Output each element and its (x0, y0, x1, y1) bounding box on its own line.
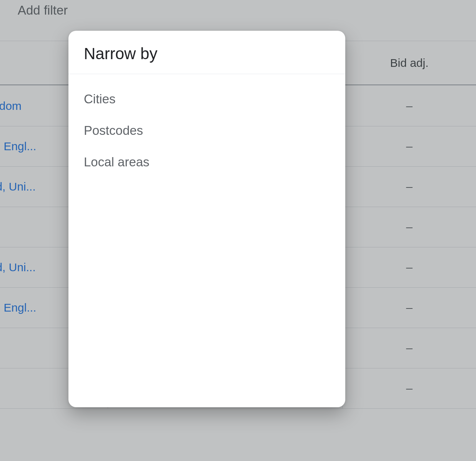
popover-option-list: Cities Postcodes Local areas (68, 74, 345, 178)
narrow-by-option-local-areas[interactable]: Local areas (68, 146, 345, 178)
narrow-by-option-postcodes[interactable]: Postcodes (68, 115, 345, 146)
popover-title: Narrow by (68, 31, 345, 74)
narrow-by-popover: Narrow by Cities Postcodes Local areas (68, 31, 345, 407)
narrow-by-option-cities[interactable]: Cities (68, 83, 345, 115)
